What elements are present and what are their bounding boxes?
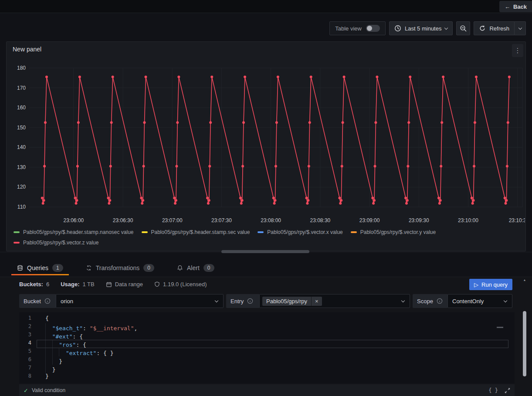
refresh-button[interactable]: Refresh [474,21,515,35]
scrollbar-thumb[interactable] [523,311,526,376]
info-icon[interactable] [247,298,253,304]
code-line[interactable]: "#ext": { [37,332,508,340]
scope-field-label: Scope [413,294,447,308]
toggle-knob-icon [367,26,372,31]
legend-swatch-icon [14,242,20,244]
tab-transformations[interactable]: Transformations 0 [80,260,160,275]
code-line[interactable]: "extract": { } [37,348,508,356]
chevron-down-icon [504,299,507,302]
code-line[interactable]: { [37,315,508,323]
refresh-label: Refresh [489,25,509,32]
legend-swatch-icon [142,231,148,233]
query-editor-section: Buckets: 6 Usage: 1 TB Data range 1.19.0… [0,277,532,396]
buckets-label: Buckets: [19,281,43,288]
legend-item[interactable]: Pablo05/gps/rpy/$.vector.z value [14,240,98,246]
editor-tabs: Queries 1 Transformations 0 Alert 0 [11,260,220,275]
chart-panel: New panel ⋮ 18017016015014013012011023:0… [6,41,526,251]
chevron-down-icon [518,26,522,29]
svg-text:140: 140 [17,144,26,150]
timeseries-chart[interactable]: 18017016015014013012011023:06:0023:06:30… [8,62,525,226]
info-icon[interactable] [44,298,51,304]
svg-text:23:09:00: 23:09:00 [359,217,380,223]
process-icon [86,265,92,271]
pane-resize-handle[interactable] [221,250,309,253]
chevron-down-icon [401,299,405,302]
back-button[interactable]: ← Back [499,1,532,12]
data-range-label: Data range [115,281,143,288]
expand-icon[interactable] [505,388,510,393]
line-number: 7 [19,365,36,373]
tab-count-badge: 1 [52,264,63,272]
entry-multiselect[interactable]: Pablo05/gps/rpy × [259,294,410,308]
legend-swatch-icon [14,231,20,233]
code-line[interactable]: } [37,373,508,381]
panel-menu-button[interactable]: ⋮ [512,44,523,57]
time-range-picker[interactable]: Last 5 minutes [389,21,453,35]
svg-text:150: 150 [17,125,26,131]
zoom-out-button[interactable] [456,21,470,35]
legend-label: Pablo05/gps/rpy/$.vector.z value [23,240,98,246]
editor-status-actions: { } [488,387,510,393]
usage-stat: Usage: 1 TB [61,281,95,288]
line-number: 1 [19,315,36,323]
legend-item[interactable]: Pablo05/gps/rpy/$.header.stamp.nanosec v… [14,229,134,235]
scope-select-value: ContentOnly [452,298,484,305]
json-code-editor[interactable]: 12345678 {"$each_t": "$__interval","#ext… [19,312,515,383]
tab-queries[interactable]: Queries 1 [11,260,69,275]
entry-field-group: Entry Pablo05/gps/rpy × [226,294,410,308]
legend-item[interactable]: Pablo05/gps/rpy/$.vector.x value [258,229,342,235]
tab-label: Queries [27,264,48,271]
info-icon[interactable] [437,298,443,304]
bell-icon [177,265,183,271]
datasource-meta-row: Buckets: 6 Usage: 1 TB Data range 1.19.0… [19,281,207,288]
svg-text:180: 180 [17,65,26,71]
svg-text:120: 120 [17,184,26,190]
panel-editor-screen: ← Back Table view Last 5 minutes [0,0,532,396]
license-version: 1.19.0 (Licensed) [154,281,207,288]
tab-alert[interactable]: Alert 0 [171,260,220,275]
line-number: 3 [19,332,36,340]
svg-text:160: 160 [17,105,26,111]
chevron-down-icon [444,26,448,29]
legend-label: Pablo05/gps/rpy/$.header.stamp.sec value [151,229,250,235]
entry-tag[interactable]: Pablo05/gps/rpy × [262,297,322,306]
legend-label: Pablo05/gps/rpy/$.vector.x value [267,229,342,235]
code-line[interactable]: } [37,356,508,365]
svg-text:23:07:00: 23:07:00 [162,217,183,223]
refresh-split-button: Refresh [474,21,526,35]
tab-count-badge: 0 [203,264,214,272]
buckets-value: 6 [46,281,49,288]
line-number: 2 [19,323,36,332]
tab-count-badge: 0 [143,264,154,272]
svg-text:23:09:30: 23:09:30 [409,217,429,223]
table-view-label: Table view [335,25,362,32]
panel-title[interactable]: New panel [13,46,41,53]
code-line[interactable]: } [37,365,508,373]
usage-value: 1 TB [83,281,95,288]
check-icon: ✓ [24,387,28,394]
legend-item[interactable]: Pablo05/gps/rpy/$.header.stamp.sec value [142,229,250,235]
legend-label: Pablo05/gps/rpy/$.header.stamp.nanosec v… [23,229,134,235]
remove-tag-button[interactable]: × [311,297,322,306]
line-number: 4 [19,340,36,348]
table-view-toggle[interactable] [366,25,380,32]
bucket-select[interactable]: orion [56,294,224,308]
data-range-control[interactable]: Data range [106,281,143,288]
svg-text:23:10:3: 23:10:3 [509,217,525,223]
bucket-field-label: Bucket [19,294,56,308]
legend-item[interactable]: Pablo05/gps/rpy/$.vector.y value [351,229,436,235]
code-line[interactable]: "$each_t": "$__interval", [37,323,508,332]
legend-label: Pablo05/gps/rpy/$.vector.y value [360,229,436,235]
legend-swatch-icon [258,231,264,233]
code-line[interactable]: "ros": { [37,340,508,348]
run-query-button[interactable]: ▷ Run query [469,279,512,290]
refresh-interval-dropdown[interactable] [515,21,526,35]
legend-swatch-icon [351,231,357,233]
scrollbar-up-icon[interactable]: ▲ [522,278,527,282]
tab-label: Transformations [96,264,140,271]
scope-select[interactable]: ContentOnly [447,294,512,308]
format-code-button[interactable]: { } [488,387,498,393]
code-gutter: 12345678 [19,315,36,381]
vertical-scrollbar[interactable]: ▲ [522,278,527,396]
scope-field-group: Scope ContentOnly [413,294,512,308]
